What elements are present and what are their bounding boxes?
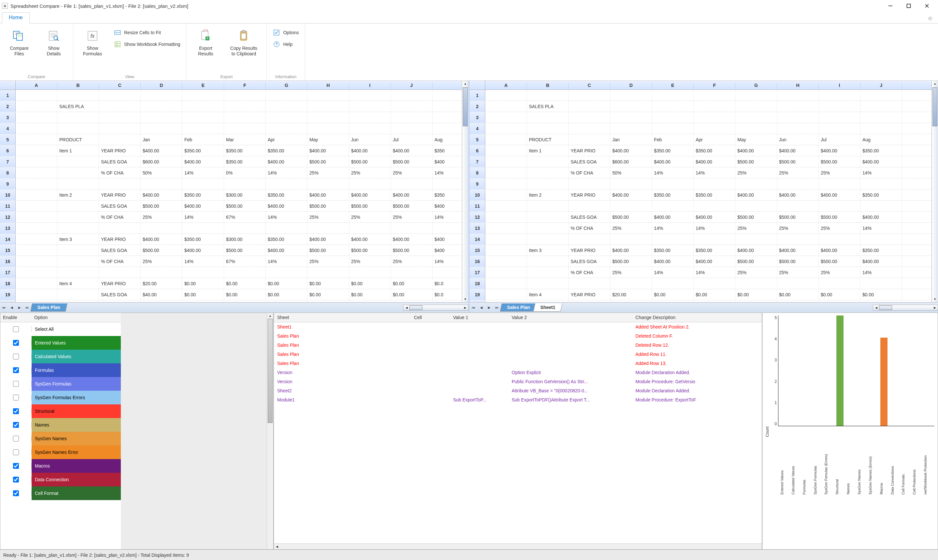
cell[interactable]: $400 (433, 156, 462, 167)
cell[interactable] (391, 223, 433, 234)
hscroll-left-icon[interactable]: ◀ (404, 305, 410, 310)
cell[interactable]: $400.00 (391, 189, 433, 200)
cell[interactable] (777, 178, 819, 189)
row-header[interactable]: 6 (470, 145, 485, 156)
row-header[interactable]: 18 (0, 278, 15, 289)
cell[interactable]: $350.00 (652, 245, 694, 255)
cell[interactable] (308, 223, 349, 234)
cell[interactable] (610, 200, 652, 211)
cell[interactable]: $350.00 (694, 145, 735, 156)
cell[interactable] (527, 278, 569, 289)
row-header[interactable]: 9 (0, 178, 15, 189)
cell[interactable]: SALES GOA (569, 212, 610, 222)
cell[interactable]: 25% (819, 167, 861, 178)
cell[interactable]: $0.00 (308, 278, 349, 289)
help-button[interactable]: ? Help (270, 39, 301, 49)
cell[interactable]: $400.00 (777, 189, 819, 200)
cell[interactable]: 14% (266, 212, 308, 222)
row-header[interactable]: 15 (0, 245, 15, 255)
cell[interactable]: $500.00 (819, 212, 861, 222)
cell[interactable] (735, 123, 777, 134)
cell[interactable]: $500.00 (777, 156, 819, 167)
cell[interactable] (266, 178, 308, 189)
cell[interactable] (610, 123, 652, 134)
cell[interactable]: 25% (141, 212, 182, 222)
cell[interactable]: $350.00 (182, 189, 224, 200)
cell[interactable]: $0.00 (182, 289, 224, 300)
cell[interactable]: Item 2 (527, 189, 569, 200)
cell[interactable] (433, 178, 462, 189)
option-checkbox[interactable] (13, 463, 19, 469)
cell[interactable] (861, 101, 902, 112)
cell[interactable]: $400.00 (349, 234, 391, 245)
cell[interactable] (485, 112, 527, 123)
row-header[interactable]: 19 (470, 289, 485, 300)
cell[interactable]: $350.00 (266, 234, 308, 245)
cell[interactable]: $0.00 (819, 289, 861, 300)
column-header[interactable]: D (610, 83, 652, 88)
row-header[interactable]: 13 (0, 223, 15, 234)
diff-row[interactable]: VersionOption ExplicitModule Declaration… (274, 368, 762, 377)
cell[interactable] (777, 278, 819, 289)
cell[interactable]: 14% (182, 256, 224, 267)
row-header[interactable]: 19 (0, 289, 15, 300)
cell[interactable]: 14% (652, 267, 694, 278)
cell[interactable]: $0.00 (266, 278, 308, 289)
option-checkbox[interactable] (13, 326, 19, 332)
cell[interactable]: YEAR PRIO (99, 234, 141, 245)
cell[interactable]: SALES GOA (569, 156, 610, 167)
vscroll-up-icon[interactable]: ▲ (932, 81, 938, 87)
show-formulas-button[interactable]: fx Show Formulas (77, 25, 108, 57)
cell[interactable] (349, 223, 391, 234)
cell[interactable] (485, 200, 527, 211)
cell[interactable] (735, 178, 777, 189)
cell[interactable] (266, 90, 308, 101)
cell[interactable]: Item 2 (57, 189, 99, 200)
row-header[interactable]: 14 (0, 234, 15, 245)
cell[interactable]: $350.00 (182, 145, 224, 156)
cell[interactable] (861, 112, 902, 123)
cell[interactable] (57, 156, 99, 167)
cell[interactable]: $500.00 (777, 212, 819, 222)
cell[interactable] (861, 234, 902, 245)
row-header[interactable]: 9 (470, 178, 485, 189)
cell[interactable] (224, 112, 266, 123)
cell[interactable]: YEAR PRIO (569, 245, 610, 255)
hscroll-thumb[interactable] (879, 305, 892, 310)
cell[interactable] (15, 200, 57, 211)
cell[interactable]: $400.00 (861, 256, 902, 267)
cell[interactable] (527, 90, 569, 101)
collapse-ribbon-button[interactable] (924, 14, 936, 23)
row-header[interactable]: 12 (0, 212, 15, 222)
cell[interactable]: $400 (433, 234, 462, 245)
hscroll-left[interactable]: ◀ ▶ (403, 305, 468, 311)
cell[interactable] (527, 123, 569, 134)
cell[interactable]: 50% (610, 167, 652, 178)
cell[interactable]: $350.00 (694, 245, 735, 255)
cell[interactable]: $400.00 (308, 145, 349, 156)
options-vscroll[interactable]: ▲ (267, 313, 273, 549)
cell[interactable] (141, 123, 182, 134)
row-header[interactable]: 6 (0, 145, 15, 156)
cell[interactable] (527, 200, 569, 211)
cell[interactable] (569, 90, 610, 101)
cell[interactable] (694, 178, 735, 189)
cell[interactable]: $350 (433, 189, 462, 200)
row-header[interactable]: 2 (470, 101, 485, 112)
cell[interactable]: $0.00 (349, 278, 391, 289)
cell[interactable] (141, 178, 182, 189)
cell[interactable] (485, 178, 527, 189)
cell[interactable] (861, 123, 902, 134)
cell[interactable] (349, 178, 391, 189)
cell[interactable]: $500.00 (391, 200, 433, 211)
cell[interactable] (485, 256, 527, 267)
tabnav-last-icon[interactable]: ⏭ (23, 304, 31, 312)
cell[interactable] (182, 178, 224, 189)
cell[interactable]: $20.00 (610, 289, 652, 300)
cell[interactable]: $500.00 (819, 256, 861, 267)
cell[interactable] (99, 123, 141, 134)
cell[interactable] (57, 200, 99, 211)
hscroll-thumb[interactable] (410, 305, 422, 310)
cell[interactable] (652, 278, 694, 289)
cell[interactable]: 25% (819, 267, 861, 278)
